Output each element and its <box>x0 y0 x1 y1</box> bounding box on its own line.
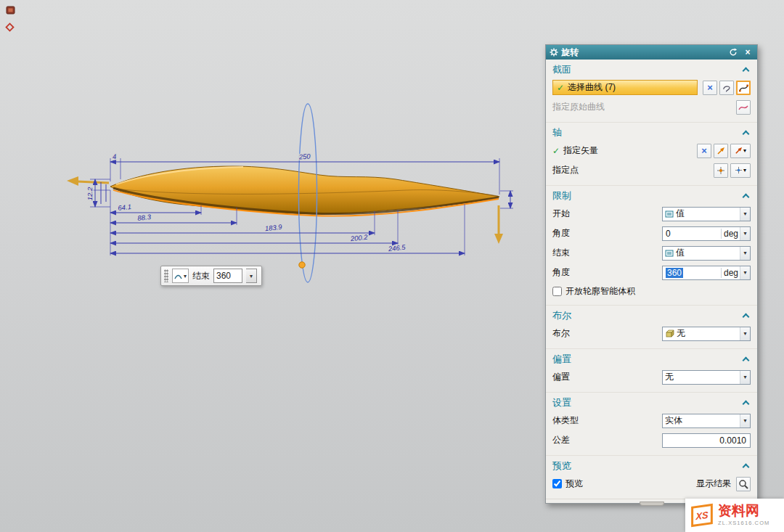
revolve-dialog: 旋转 × 截面 ✓ 选择曲线 (7) <box>545 44 758 504</box>
offset-value: 无 <box>665 371 738 383</box>
direction-arrow[interactable] <box>494 205 503 244</box>
section-header-offset[interactable]: 偏置 <box>552 351 751 367</box>
section-header-limits[interactable]: 限制 <box>552 188 751 204</box>
section-title: 限制 <box>552 189 571 202</box>
end-angle-field[interactable]: 360 deg ▾ <box>662 266 751 280</box>
section-header-preview[interactable]: 预览 <box>552 458 751 474</box>
limit-type-icon <box>174 272 182 280</box>
section-header-settings[interactable]: 设置 <box>552 395 751 411</box>
vector-dialog-button[interactable] <box>714 144 728 158</box>
angle-drag-handle[interactable] <box>299 262 305 268</box>
chevron-down-icon[interactable]: ▾ <box>740 208 750 221</box>
vector-icon <box>735 147 743 155</box>
point-type-dropdown[interactable]: ▾ <box>730 163 751 178</box>
check-icon: ✓ <box>552 146 560 156</box>
dimension-label: 250 <box>298 152 311 160</box>
section-title: 截面 <box>552 63 571 76</box>
chevron-down-icon[interactable]: ▾ <box>740 327 750 340</box>
axis-vector-arrow[interactable] <box>67 176 109 186</box>
lasso-select-button[interactable] <box>719 81 734 95</box>
start-limit-select[interactable]: 值 ▾ <box>662 207 751 221</box>
end-angle-label: 角度 <box>552 266 570 279</box>
viewport-corner-icon[interactable] <box>6 4 17 15</box>
section-title: 轴 <box>552 126 562 139</box>
tolerance-label: 公差 <box>552 434 570 446</box>
body-type-value: 实体 <box>665 414 738 427</box>
body-type-select[interactable]: 实体 ▾ <box>662 414 751 428</box>
section-header-boolean[interactable]: 布尔 <box>552 308 751 324</box>
x-icon: × <box>701 146 707 155</box>
gear-icon <box>550 48 558 57</box>
chevron-down-icon[interactable]: ▾ <box>740 266 750 279</box>
end-limit-value: 值 <box>676 247 738 259</box>
lasso-icon <box>722 83 731 92</box>
preview-label: 预览 <box>565 478 583 490</box>
origin-curve-button[interactable] <box>736 100 751 115</box>
point-icon <box>735 166 743 174</box>
chevron-down-icon: ▾ <box>184 273 187 279</box>
dialog-resize-handle[interactable] <box>640 502 664 506</box>
end-limit-mini-select[interactable]: ▾ <box>172 269 189 283</box>
origin-curve-label: 指定原始曲线 <box>552 101 605 113</box>
chevron-down-icon[interactable]: ▾ <box>740 414 750 427</box>
collapse-chevron-icon <box>743 314 750 321</box>
boolean-select[interactable]: 无 ▾ <box>662 327 751 341</box>
close-button[interactable]: × <box>742 46 754 58</box>
viewport-corner-icon-2[interactable] <box>5 22 15 32</box>
point-icon <box>716 166 725 175</box>
curve-rule-button[interactable] <box>736 81 751 95</box>
section-group-section: 截面 ✓ 选择曲线 (7) × <box>546 60 757 122</box>
body-type-label: 体类型 <box>552 414 579 427</box>
show-result-button[interactable] <box>736 477 751 491</box>
drag-grip-icon[interactable] <box>164 269 168 282</box>
collapse-chevron-icon <box>743 401 750 408</box>
reverse-vector-button[interactable]: × <box>697 144 711 158</box>
watermark: XS 资料网 ZL.XS1616.COM <box>685 499 784 532</box>
dimension-label: 246.5 <box>387 243 406 253</box>
end-angle-value[interactable]: 360 <box>666 268 683 278</box>
open-profile-label: 开放轮廓智能体积 <box>565 285 635 298</box>
mini-end-label: 结束 <box>192 270 210 282</box>
dimension-label: 88.3 <box>137 213 152 222</box>
tolerance-field[interactable]: 0.0010 <box>662 433 751 448</box>
end-angle-unit: deg <box>721 268 740 278</box>
start-angle-field[interactable]: 0 deg ▾ <box>662 226 751 241</box>
specify-vector-label: 指定矢量 <box>563 144 598 157</box>
vector-type-dropdown[interactable]: ▾ <box>730 144 751 158</box>
end-label: 结束 <box>552 247 570 259</box>
start-angle-value[interactable]: 0 <box>663 229 721 239</box>
application-window: 4 250 64.1 88.3 183.9 200.2 246.5 12.2 ▾… <box>0 0 784 532</box>
dimension-label: 12.2 <box>86 187 94 200</box>
start-angle-label: 角度 <box>552 227 570 240</box>
chevron-down-icon[interactable]: ▾ <box>740 371 750 384</box>
chevron-down-icon: ▾ <box>743 167 746 173</box>
reset-button[interactable] <box>727 46 739 58</box>
point-dialog-button[interactable] <box>714 163 728 178</box>
revolved-solid-body[interactable] <box>110 166 499 216</box>
check-icon: ✓ <box>557 83 564 93</box>
section-header-section[interactable]: 截面 <box>552 62 751 78</box>
value-type-icon <box>665 210 674 218</box>
select-curve-label: 选择曲线 (7) <box>568 81 616 94</box>
chevron-down-icon[interactable]: ▾ <box>740 227 750 240</box>
section-title: 设置 <box>552 396 571 409</box>
boolean-value: 无 <box>677 327 738 340</box>
mini-angle-input[interactable]: 360 <box>213 269 242 283</box>
chevron-down-icon[interactable]: ▾ <box>740 247 750 260</box>
dimension-label: 4 <box>113 152 117 160</box>
mini-angle-dropdown[interactable]: ▾ <box>246 269 257 283</box>
dimension-label: 200.2 <box>349 233 368 243</box>
onscreen-input-toolbar: ▾ 结束 360 ▾ <box>160 266 262 286</box>
show-result-label: 显示结果 <box>696 478 731 490</box>
start-label: 开始 <box>552 208 570 220</box>
end-limit-select[interactable]: 值 ▾ <box>662 246 751 261</box>
dialog-titlebar[interactable]: 旋转 × <box>546 45 757 60</box>
open-profile-checkbox[interactable] <box>552 287 562 296</box>
section-header-axis[interactable]: 轴 <box>552 125 751 141</box>
deselect-x-button[interactable]: × <box>703 81 717 95</box>
select-curve-field[interactable]: ✓ 选择曲线 (7) <box>552 80 698 95</box>
preview-checkbox[interactable] <box>552 479 562 488</box>
collapse-chevron-icon <box>743 131 750 138</box>
reset-icon <box>729 48 738 57</box>
offset-select[interactable]: 无 ▾ <box>662 370 751 385</box>
